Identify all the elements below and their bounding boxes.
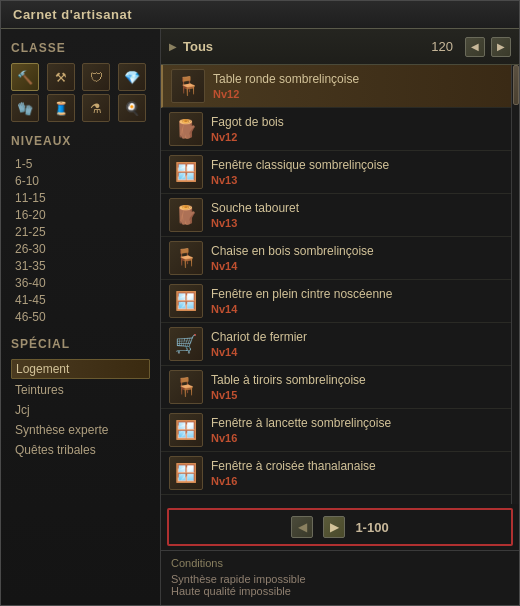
recipe-item-9[interactable]: 🪟 Fenêtre à croisée thanalanaise Nv16 — [161, 452, 511, 495]
recipe-level-8: Nv16 — [211, 432, 391, 444]
recipe-level-5: Nv14 — [211, 303, 392, 315]
special-logement[interactable]: Logement — [11, 359, 150, 379]
recipe-name-5: Fenêtre en plein cintre noscéenne — [211, 287, 392, 303]
right-list-area: 🪑 Table ronde sombrelinçoise Nv12 🪵 Fago… — [161, 65, 519, 504]
conditions-title: Conditions — [171, 557, 509, 569]
condition-line-0: Synthèse rapide impossible — [171, 573, 509, 585]
special-teintures[interactable]: Teintures — [11, 381, 150, 399]
recipe-name-6: Chariot de fermier — [211, 330, 307, 346]
recipe-thumb-2: 🪟 — [169, 155, 203, 189]
class-icon-blacksmith[interactable]: ⚒ — [47, 63, 75, 91]
recipe-item-1[interactable]: 🪵 Fagot de bois Nv12 — [161, 108, 511, 151]
level-6-10[interactable]: 6-10 — [11, 173, 150, 189]
class-icon-culinarian[interactable]: 🍳 — [118, 94, 146, 122]
recipe-level-1: Nv12 — [211, 131, 284, 143]
recipe-info-1: Fagot de bois Nv12 — [211, 115, 284, 144]
special-label: Spécial — [11, 337, 150, 351]
special-synthese-experte[interactable]: Synthèse experte — [11, 421, 150, 439]
recipe-info-5: Fenêtre en plein cintre noscéenne Nv14 — [211, 287, 392, 316]
recipe-level-9: Nv16 — [211, 475, 376, 487]
recipe-level-4: Nv14 — [211, 260, 374, 272]
recipe-item-7[interactable]: 🪑 Table à tiroirs sombrelinçoise Nv15 — [161, 366, 511, 409]
page-prev-button[interactable]: ◀ — [291, 516, 313, 538]
recipe-item-2[interactable]: 🪟 Fenêtre classique sombrelinçoise Nv13 — [161, 151, 511, 194]
recipe-level-3: Nv13 — [211, 217, 299, 229]
recipe-thumb-3: 🪵 — [169, 198, 203, 232]
recipe-name-8: Fenêtre à lancette sombrelinçoise — [211, 416, 391, 432]
conditions-section: Conditions Synthèse rapide impossible Ha… — [161, 550, 519, 605]
recipe-item-4[interactable]: 🪑 Chaise en bois sombrelinçoise Nv14 — [161, 237, 511, 280]
level-1-5[interactable]: 1-5 — [11, 156, 150, 172]
pagination-bar: ◀ ▶ 1-100 — [167, 508, 513, 546]
level-21-25[interactable]: 21-25 — [11, 224, 150, 240]
window-title: Carnet d'artisanat — [13, 7, 132, 22]
recipe-name-4: Chaise en bois sombrelinçoise — [211, 244, 374, 260]
class-icon-weaver[interactable]: 🧵 — [47, 94, 75, 122]
filter-expand-icon[interactable]: ▶ — [169, 41, 177, 52]
niveaux-label: Niveaux — [11, 134, 150, 148]
scrollbar[interactable] — [511, 65, 519, 504]
recipe-thumb-1: 🪵 — [169, 112, 203, 146]
class-icon-armorer[interactable]: 🛡 — [82, 63, 110, 91]
recipe-thumb-6: 🛒 — [169, 327, 203, 361]
scroll-thumb[interactable] — [513, 65, 519, 105]
recipe-info-4: Chaise en bois sombrelinçoise Nv14 — [211, 244, 374, 273]
recipe-thumb-4: 🪑 — [169, 241, 203, 275]
class-icon-carpenter[interactable]: 🔨 — [11, 63, 39, 91]
recipe-thumb-8: 🪟 — [169, 413, 203, 447]
sidebar: Classe 🔨 ⚒ 🛡 💎 🧤 🧵 ⚗ 🍳 Niveaux 1-5 6-10 … — [1, 29, 161, 605]
scroll-track — [512, 65, 519, 504]
recipe-thumb-9: 🪟 — [169, 456, 203, 490]
recipe-name-0: Table ronde sombrelinçoise — [213, 72, 359, 88]
recipe-level-0: Nv12 — [213, 88, 359, 100]
recipe-item-0[interactable]: 🪑 Table ronde sombrelinçoise Nv12 — [161, 65, 511, 108]
recipe-info-9: Fenêtre à croisée thanalanaise Nv16 — [211, 459, 376, 488]
main-content: Classe 🔨 ⚒ 🛡 💎 🧤 🧵 ⚗ 🍳 Niveaux 1-5 6-10 … — [1, 29, 519, 605]
recipe-info-6: Chariot de fermier Nv14 — [211, 330, 307, 359]
recipe-thumb-5: 🪟 — [169, 284, 203, 318]
recipe-level-6: Nv14 — [211, 346, 307, 358]
level-26-30[interactable]: 26-30 — [11, 241, 150, 257]
recipe-level-7: Nv15 — [211, 389, 366, 401]
class-icon-goldsmith[interactable]: 💎 — [118, 63, 146, 91]
recipe-info-8: Fenêtre à lancette sombrelinçoise Nv16 — [211, 416, 391, 445]
class-icon-grid: 🔨 ⚒ 🛡 💎 🧤 🧵 ⚗ 🍳 — [11, 63, 150, 122]
level-36-40[interactable]: 36-40 — [11, 275, 150, 291]
special-jcj[interactable]: Jcj — [11, 401, 150, 419]
recipe-item-6[interactable]: 🛒 Chariot de fermier Nv14 — [161, 323, 511, 366]
levels-section: 1-5 6-10 11-15 16-20 21-25 26-30 31-35 3… — [11, 156, 150, 325]
right-panel: ▶ Tous 120 ◀ ▶ 🪑 Table ronde sombrelinço… — [161, 29, 519, 605]
recipe-name-1: Fagot de bois — [211, 115, 284, 131]
class-icon-alchemist[interactable]: ⚗ — [82, 94, 110, 122]
recipe-name-3: Souche tabouret — [211, 201, 299, 217]
level-16-20[interactable]: 16-20 — [11, 207, 150, 223]
recipe-info-0: Table ronde sombrelinçoise Nv12 — [213, 72, 359, 101]
classe-label: Classe — [11, 41, 150, 55]
level-41-45[interactable]: 41-45 — [11, 292, 150, 308]
condition-line-1: Haute qualité impossible — [171, 585, 509, 597]
class-icon-leatherworker[interactable]: 🧤 — [11, 94, 39, 122]
level-46-50[interactable]: 46-50 — [11, 309, 150, 325]
level-31-35[interactable]: 31-35 — [11, 258, 150, 274]
recipe-thumb-0: 🪑 — [171, 69, 205, 103]
special-section: Logement Teintures Jcj Synthèse experte … — [11, 359, 150, 459]
special-quetes-tribales[interactable]: Quêtes tribales — [11, 441, 150, 459]
recipe-name-2: Fenêtre classique sombrelinçoise — [211, 158, 389, 174]
recipe-info-3: Souche tabouret Nv13 — [211, 201, 299, 230]
crafting-notebook-window: Carnet d'artisanat Classe 🔨 ⚒ 🛡 💎 🧤 🧵 ⚗ … — [0, 0, 520, 606]
title-bar: Carnet d'artisanat — [1, 1, 519, 29]
filter-nav-left-button[interactable]: ◀ — [465, 37, 485, 57]
page-next-button[interactable]: ▶ — [323, 516, 345, 538]
page-range: 1-100 — [355, 520, 388, 535]
filter-count: 120 — [431, 39, 453, 54]
recipe-item-5[interactable]: 🪟 Fenêtre en plein cintre noscéenne Nv14 — [161, 280, 511, 323]
recipe-level-2: Nv13 — [211, 174, 389, 186]
recipe-name-9: Fenêtre à croisée thanalanaise — [211, 459, 376, 475]
recipe-item-8[interactable]: 🪟 Fenêtre à lancette sombrelinçoise Nv16 — [161, 409, 511, 452]
filter-label: Tous — [183, 39, 425, 54]
recipe-item-3[interactable]: 🪵 Souche tabouret Nv13 — [161, 194, 511, 237]
level-11-15[interactable]: 11-15 — [11, 190, 150, 206]
filter-nav-right-button[interactable]: ▶ — [491, 37, 511, 57]
recipe-info-7: Table à tiroirs sombrelinçoise Nv15 — [211, 373, 366, 402]
recipe-list: 🪑 Table ronde sombrelinçoise Nv12 🪵 Fago… — [161, 65, 511, 504]
